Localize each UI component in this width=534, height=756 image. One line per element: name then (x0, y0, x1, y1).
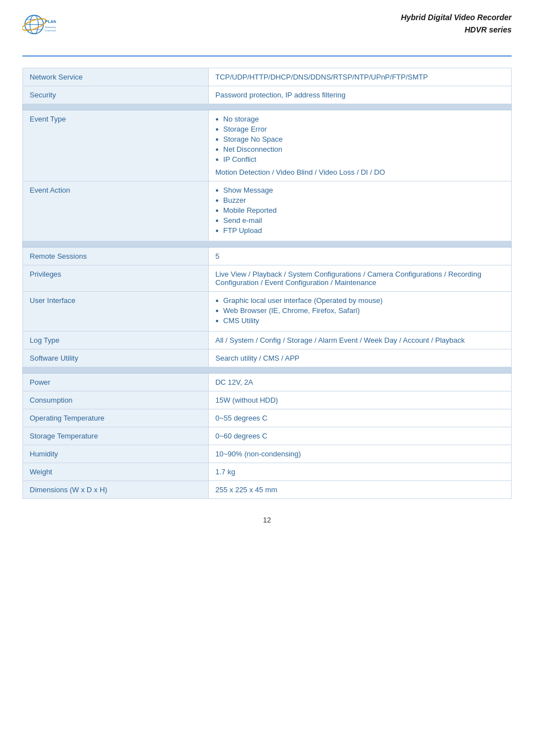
humidity-label: Humidity (23, 445, 209, 463)
dimensions-value: 255 x 225 x 45 mm (208, 481, 511, 499)
list-item: Storage Error (216, 125, 504, 133)
log-type-value: All / System / Config / Storage / Alarm … (208, 332, 511, 349)
log-type-label: Log Type (23, 332, 209, 349)
privileges-value: Live View / Playback / System Configurat… (208, 265, 511, 292)
event-type-list: No storage Storage Error Storage No Spac… (216, 115, 504, 164)
table-row: Security Password protection, IP address… (23, 86, 512, 104)
privileges-label: Privileges (23, 265, 209, 292)
event-action-label: Event Action (23, 181, 209, 241)
event-action-list: Show Message Buzzer Mobile Reported Send… (216, 186, 504, 235)
section-divider (23, 241, 512, 248)
event-type-label: Event Type (23, 110, 209, 181)
header-divider (22, 55, 512, 57)
user-interface-label: User Interface (23, 292, 209, 332)
table-row: Event Action Show Message Buzzer Mobile … (23, 181, 512, 241)
section-divider (23, 367, 512, 374)
weight-label: Weight (23, 463, 209, 481)
table-row: Log Type All / System / Config / Storage… (23, 332, 512, 349)
list-item: CMS Utility (216, 316, 504, 325)
table-row: Event Type No storage Storage Error Stor… (23, 110, 512, 181)
user-interface-value: Graphic local user interface (Operated b… (208, 292, 511, 332)
event-type-value: No storage Storage Error Storage No Spac… (208, 110, 511, 181)
list-item: No storage (216, 115, 504, 123)
table-row: Network Service TCP/UDP/HTTP/DHCP/DNS/DD… (23, 68, 512, 86)
page-footer: 12 (22, 516, 512, 524)
consumption-value: 15W (without HDD) (208, 391, 511, 409)
table-row: Humidity 10~90% (non-condensing) (23, 445, 512, 463)
section-divider (23, 104, 512, 110)
list-item: Web Browser (IE, Chrome, Firefox, Safari… (216, 306, 504, 315)
list-item: Net Disconnection (216, 145, 504, 153)
logo-area: PLANET Networking & Communication (22, 11, 56, 42)
security-label: Security (23, 86, 209, 104)
list-item: Graphic local user interface (Operated b… (216, 296, 504, 305)
table-row: Power DC 12V, 2A (23, 374, 512, 391)
weight-value: 1.7 kg (208, 463, 511, 481)
spec-table: Network Service TCP/UDP/HTTP/DHCP/DNS/DD… (22, 68, 512, 499)
table-row: Storage Temperature 0~60 degrees C (23, 427, 512, 445)
table-row: Software Utility Search utility / CMS / … (23, 349, 512, 367)
operating-temp-value: 0~55 degrees C (208, 409, 511, 427)
list-item: Buzzer (216, 196, 504, 204)
list-item: Storage No Space (216, 135, 504, 143)
table-row: Remote Sessions 5 (23, 248, 512, 265)
table-row: Weight 1.7 kg (23, 463, 512, 481)
event-type-extra: Motion Detection / Video Blind / Video L… (216, 168, 504, 176)
security-value: Password protection, IP address filterin… (208, 86, 511, 104)
list-item: IP Conflict (216, 155, 504, 164)
table-row: Privileges Live View / Playback / System… (23, 265, 512, 292)
svg-text:Networking &: Networking & (45, 26, 57, 29)
list-item: Mobile Reported (216, 206, 504, 214)
svg-text:PLANET: PLANET (45, 19, 57, 24)
table-row: Dimensions (W x D x H) 255 x 225 x 45 mm (23, 481, 512, 499)
storage-temp-value: 0~60 degrees C (208, 427, 511, 445)
user-interface-list: Graphic local user interface (Operated b… (216, 296, 504, 325)
network-service-value: TCP/UDP/HTTP/DHCP/DNS/DDNS/RTSP/NTP/UPnP… (208, 68, 511, 86)
software-utility-value: Search utility / CMS / APP (208, 349, 511, 367)
table-row: Consumption 15W (without HDD) (23, 391, 512, 409)
list-item: FTP Upload (216, 226, 504, 235)
dimensions-label: Dimensions (W x D x H) (23, 481, 209, 499)
power-label: Power (23, 374, 209, 391)
software-utility-label: Software Utility (23, 349, 209, 367)
remote-sessions-label: Remote Sessions (23, 248, 209, 265)
storage-temp-label: Storage Temperature (23, 427, 209, 445)
svg-text:Communication: Communication (45, 29, 57, 32)
operating-temp-label: Operating Temperature (23, 409, 209, 427)
table-row: User Interface Graphic local user interf… (23, 292, 512, 332)
event-action-value: Show Message Buzzer Mobile Reported Send… (208, 181, 511, 241)
planet-logo-icon: PLANET Networking & Communication (22, 11, 56, 42)
list-item: Show Message (216, 186, 504, 194)
page-header: PLANET Networking & Communication Hybrid… (22, 11, 512, 42)
network-service-label: Network Service (23, 68, 209, 86)
list-item: Send e-mail (216, 216, 504, 225)
remote-sessions-value: 5 (208, 248, 511, 265)
product-title: Hybrid Digital Video Recorder HDVR serie… (401, 11, 512, 36)
consumption-label: Consumption (23, 391, 209, 409)
power-value: DC 12V, 2A (208, 374, 511, 391)
humidity-value: 10~90% (non-condensing) (208, 445, 511, 463)
page-number: 12 (263, 516, 271, 524)
table-row: Operating Temperature 0~55 degrees C (23, 409, 512, 427)
